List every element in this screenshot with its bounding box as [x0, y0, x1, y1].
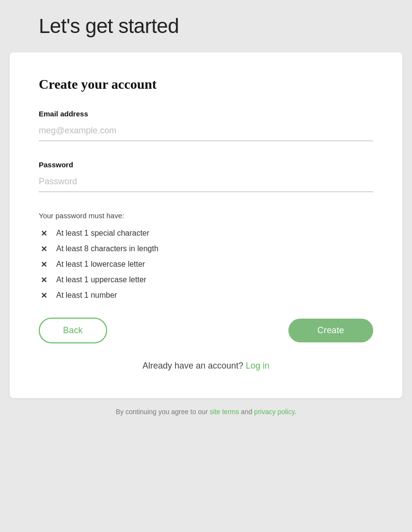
password-input[interactable] — [39, 173, 373, 192]
page-title: Let's get started — [39, 15, 179, 38]
req-item: ✕At least 8 characters in length — [39, 244, 373, 254]
req-text-uppercase: At least 1 uppercase letter — [56, 275, 146, 284]
login-link[interactable]: Log in — [246, 361, 269, 371]
email-field-group: Email address — [39, 110, 373, 156]
req-text-special: At least 1 special character — [56, 229, 149, 238]
site-terms-link[interactable]: site terms — [210, 408, 239, 416]
login-link-row: Already have an account? Log in — [39, 361, 373, 371]
footer-text-before: By continuing you agree to our — [116, 408, 210, 416]
requirements-title: Your password must have: — [39, 211, 373, 220]
card-title: Create your account — [39, 77, 373, 92]
requirements-list: ✕At least 1 special character✕At least 8… — [39, 228, 373, 300]
req-icon-lowercase: ✕ — [39, 259, 48, 269]
email-input[interactable] — [39, 122, 373, 141]
req-icon-number: ✕ — [39, 290, 48, 300]
req-item: ✕At least 1 special character — [39, 228, 373, 238]
footer: By continuing you agree to our site term… — [116, 408, 297, 416]
req-item: ✕At least 1 number — [39, 290, 373, 300]
footer-text-middle: and — [239, 408, 254, 416]
req-text-number: At least 1 number — [56, 291, 117, 300]
privacy-policy-link[interactable]: privacy policy — [254, 408, 294, 416]
footer-text-after: . — [294, 408, 296, 416]
req-text-length: At least 8 characters in length — [56, 244, 158, 253]
create-button[interactable]: Create — [288, 319, 373, 342]
button-row: Back Create — [39, 318, 373, 343]
password-field-group: Password — [39, 161, 373, 207]
email-label: Email address — [39, 110, 373, 118]
signup-card: Create your account Email address Passwo… — [10, 52, 402, 398]
back-button[interactable]: Back — [39, 318, 107, 343]
req-text-lowercase: At least 1 lowercase letter — [56, 260, 145, 269]
password-requirements: Your password must have: ✕At least 1 spe… — [39, 211, 373, 300]
password-label: Password — [39, 161, 373, 169]
req-item: ✕At least 1 lowercase letter — [39, 259, 373, 269]
req-icon-special: ✕ — [39, 228, 48, 238]
req-icon-length: ✕ — [39, 244, 48, 254]
req-icon-uppercase: ✕ — [39, 275, 48, 285]
req-item: ✕At least 1 uppercase letter — [39, 275, 373, 285]
already-have-account-text: Already have an account? — [143, 361, 243, 371]
